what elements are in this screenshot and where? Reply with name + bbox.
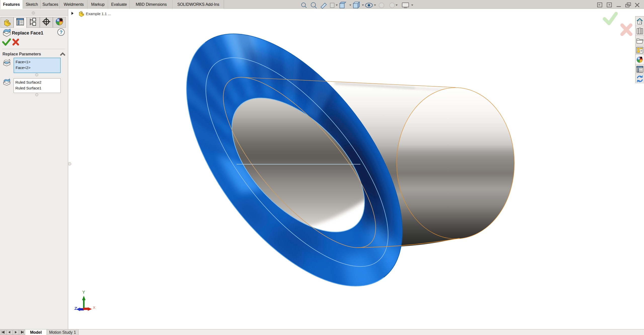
- svg-text:Y: Y: [82, 290, 85, 294]
- svg-text:X: X: [93, 305, 95, 310]
